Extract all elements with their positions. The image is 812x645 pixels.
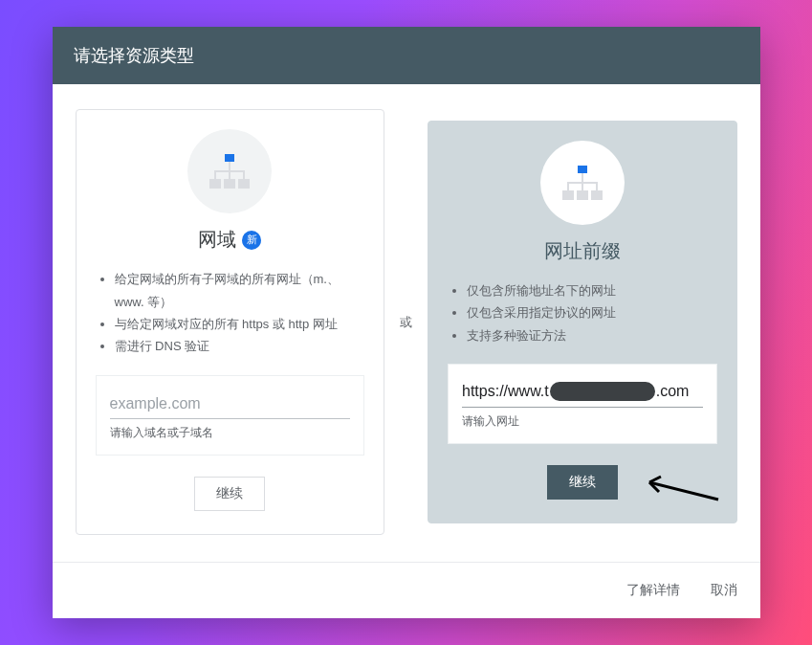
sitemap-icon-circle [540,141,625,225]
dialog-footer: 了解详情 取消 [53,562,760,618]
prefix-input-box: https://www.t .com 请输入网址 [448,364,717,444]
list-item: 与给定网域对应的所有 https 或 http 网址 [115,313,365,335]
svg-rect-3 [238,179,250,189]
prefix-input-hint: 请输入网址 [462,413,703,430]
svg-rect-5 [562,190,574,200]
list-item: 仅包含采用指定协议的网址 [467,301,717,323]
cancel-button[interactable]: 取消 [709,576,739,605]
sitemap-icon [560,164,605,202]
svg-rect-2 [224,179,235,189]
domain-continue-button[interactable]: 继续 [194,477,265,511]
domain-input[interactable] [110,391,351,419]
sitemap-icon-circle [187,129,272,213]
dialog-title: 请选择资源类型 [74,46,194,65]
domain-feature-list: 给定网域的所有子网域的所有网址（m.、www. 等） 与给定网域对应的所有 ht… [96,268,365,358]
dialog-header: 请选择资源类型 [53,27,760,84]
url-input[interactable]: https://www.t .com [462,380,703,408]
svg-rect-4 [578,166,587,173]
domain-input-box: 请输入域名或子域名 [96,375,365,456]
domain-card-title: 网域 [198,227,236,253]
select-resource-type-dialog: 请选择资源类型 网域 新 给定网域的 [53,27,760,618]
learn-more-link[interactable]: 了解详情 [625,576,682,605]
list-item: 支持多种验证方法 [467,324,717,346]
list-item: 需进行 DNS 验证 [115,335,365,357]
prefix-continue-button[interactable]: 继续 [547,465,618,500]
list-item: 给定网域的所有子网域的所有网址（m.、www. 等） [115,268,365,313]
list-item: 仅包含所输地址名下的网址 [467,279,717,301]
url-suffix-text: .com [656,383,690,400]
svg-rect-0 [225,154,234,162]
svg-rect-1 [209,179,221,189]
pointer-arrow-icon [636,471,722,508]
prefix-card-title-row: 网址前缀 [544,238,621,264]
svg-rect-6 [577,190,588,200]
url-redacted-segment [550,382,655,401]
url-prefix-property-card[interactable]: 网址前缀 仅包含所输地址名下的网址 仅包含采用指定协议的网址 支持多种验证方法 … [428,121,737,523]
prefix-card-title: 网址前缀 [544,238,621,264]
domain-input-hint: 请输入域名或子域名 [110,425,351,441]
domain-property-card[interactable]: 网域 新 给定网域的所有子网域的所有网址（m.、www. 等） 与给定网域对应的… [76,109,385,535]
url-prefix-text: https://www.t [462,383,549,400]
prefix-feature-list: 仅包含所输地址名下的网址 仅包含采用指定协议的网址 支持多种验证方法 [448,279,717,346]
badge-new: 新 [242,231,261,250]
domain-card-title-row: 网域 新 [198,227,261,253]
or-separator: 或 [398,314,414,331]
sitemap-icon [207,152,252,190]
svg-rect-7 [591,190,603,200]
dialog-body: 网域 新 给定网域的所有子网域的所有网址（m.、www. 等） 与给定网域对应的… [53,84,760,535]
